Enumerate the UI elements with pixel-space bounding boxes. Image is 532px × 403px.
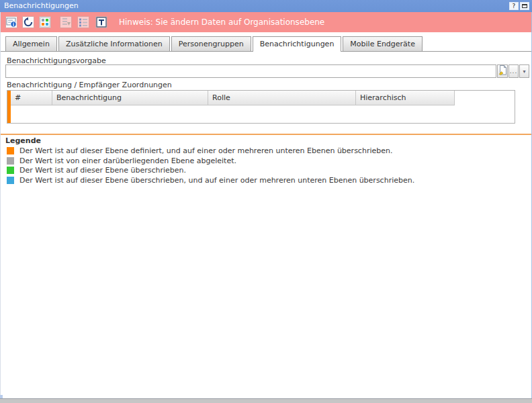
legend-swatch-1 [7, 157, 14, 165]
separator-line [0, 134, 532, 135]
column-header-rolle[interactable]: Rolle [208, 91, 356, 105]
help-button[interactable]: ? [509, 2, 519, 10]
window-icon [522, 4, 527, 8]
legend-item-text: Der Wert ist auf dieser Ebene überschrie… [19, 167, 186, 174]
window-titlebar[interactable]: Benachrichtigungen ? [0, 0, 532, 12]
legend-item: Der Wert ist von einer darüberliegenden … [7, 157, 527, 165]
window-restore-button[interactable] [520, 2, 529, 10]
list-export-icon[interactable] [60, 16, 72, 28]
legend-title: Legende [5, 136, 41, 145]
app-window: Benachrichtigungen ? [0, 0, 532, 403]
dropdown-button[interactable]: ▾ [519, 64, 529, 78]
tab-bar: AllgemeinZusätzliche InformationenPerson… [0, 32, 532, 52]
legend: Der Wert ist auf dieser Ebene definiert,… [7, 147, 527, 186]
window-bottom-edge [0, 398, 532, 403]
record-info-icon[interactable] [5, 16, 17, 28]
text-format-icon[interactable] [95, 16, 107, 28]
legend-item: Der Wert ist auf dieser Ebene überschrie… [7, 177, 527, 184]
tab-benachrichtigungen[interactable]: Benachrichtigungen [253, 36, 342, 52]
clear-field-button[interactable] [497, 64, 508, 78]
legend-swatch-0 [7, 147, 14, 154]
color-legend-icon[interactable] [39, 16, 51, 28]
tab-zusätzliche-informationen[interactable]: Zusätzliche Informationen [58, 36, 170, 51]
column-header-hierarchisch[interactable]: Hierarchisch [356, 91, 455, 105]
column-header-benachrichtigung[interactable]: Benachrichtigung [52, 91, 208, 105]
hint-message: Hinweis: Sie ändern Daten auf Organisati… [119, 12, 324, 32]
legend-item-text: Der Wert ist auf dieser Ebene überschrie… [19, 177, 414, 184]
tab-personengruppen[interactable]: Personengruppen [171, 36, 251, 51]
legend-item: Der Wert ist auf dieser Ebene überschrie… [7, 167, 527, 174]
column-header-index[interactable]: # [11, 91, 52, 105]
tab-mobile-endgeräte[interactable]: Mobile Endgeräte [343, 36, 423, 51]
window-left-edge [0, 12, 1, 398]
browse-button[interactable]: ... [508, 64, 519, 78]
legend-item: Der Wert ist auf dieser Ebene definiert,… [7, 147, 527, 154]
window-title: Benachrichtigungen [4, 0, 79, 12]
tab-allgemein[interactable]: Allgemein [5, 36, 57, 51]
toolbar: Hinweis: Sie ändern Daten auf Organisati… [0, 12, 532, 32]
table-caption: Benachrichtigung / Empfänger Zuordnungen [7, 81, 172, 89]
legend-swatch-3 [7, 177, 14, 184]
legend-item-text: Der Wert ist auf dieser Ebene definiert,… [19, 147, 392, 154]
legend-item-text: Der Wert ist von einer darüberliegenden … [19, 157, 236, 165]
history-icon[interactable] [22, 16, 34, 28]
assignments-table[interactable]: #BenachrichtigungRolleHierarchisch [7, 90, 515, 124]
legend-swatch-2 [7, 167, 14, 174]
chevron-down-icon: ▾ [523, 69, 525, 75]
list-details-icon[interactable] [77, 16, 89, 28]
table-body[interactable] [11, 105, 515, 123]
benachrichtigungsvorgabe-input[interactable] [5, 64, 496, 78]
document-clear-icon [498, 65, 507, 75]
table-header-row: #BenachrichtigungRolleHierarchisch [11, 91, 455, 105]
